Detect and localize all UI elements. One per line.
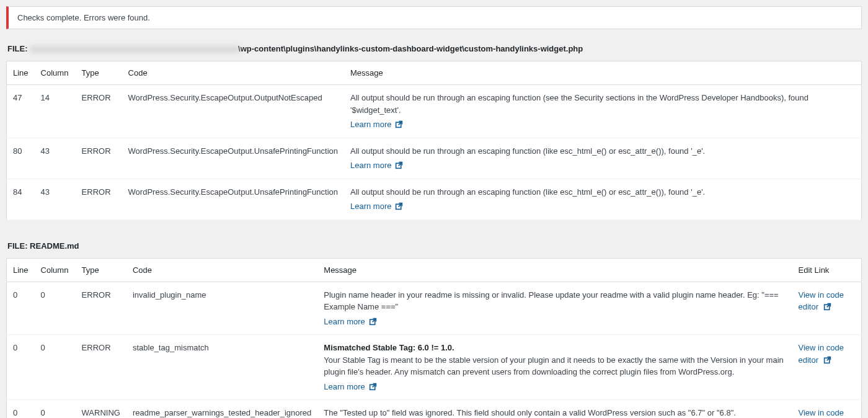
external-link-icon xyxy=(369,318,377,326)
external-link-icon xyxy=(395,202,403,210)
learn-more-link[interactable]: Learn more xyxy=(350,159,403,172)
cell-column: 43 xyxy=(35,179,76,220)
learn-more-link[interactable]: Learn more xyxy=(324,381,376,393)
learn-more-link[interactable]: Learn more xyxy=(350,200,403,213)
col-line: Line xyxy=(7,258,35,282)
external-link-icon xyxy=(823,303,831,311)
edit-link-label: View in code editor xyxy=(799,408,844,418)
message-text: Your Stable Tag is meant to be the stabl… xyxy=(324,355,783,377)
cell-line: 0 xyxy=(7,282,35,335)
cell-message: The "Tested up to" field was ignored. Th… xyxy=(317,400,792,419)
table-row: 0 0 ERROR invalid_plugin_name Plugin nam… xyxy=(7,282,862,335)
learn-more-link[interactable]: Learn more xyxy=(350,118,403,131)
col-message: Message xyxy=(317,258,792,282)
col-edit-link: Edit Link xyxy=(792,258,862,282)
file-path: \wp-content\plugins\handylinks-custom-da… xyxy=(238,44,583,53)
cell-message: All output should be run through an esca… xyxy=(344,138,862,179)
cell-code: stable_tag_mismatch xyxy=(126,335,317,400)
table-header-row: Line Column Type Code Message Edit Link xyxy=(7,258,862,282)
cell-line: 0 xyxy=(7,400,35,419)
cell-column: 43 xyxy=(35,138,76,179)
redacted-path xyxy=(30,46,241,53)
learn-more-label: Learn more xyxy=(324,316,365,328)
cell-type: ERROR xyxy=(76,138,122,179)
message-text: All output should be run through an esca… xyxy=(350,146,705,156)
external-link-icon xyxy=(369,383,377,391)
file-path: README.md xyxy=(30,241,79,251)
cell-type: ERROR xyxy=(76,335,126,400)
col-column: Column xyxy=(35,258,76,282)
table-row: 0 0 ERROR stable_tag_mismatch Mismatched… xyxy=(7,335,862,400)
cell-code: WordPress.Security.EscapeOutput.UnsafePr… xyxy=(122,179,344,220)
table-row: 80 43 ERROR WordPress.Security.EscapeOut… xyxy=(7,138,862,179)
cell-column: 0 xyxy=(35,282,76,335)
cell-type: WARNING xyxy=(76,400,126,419)
cell-line: 0 xyxy=(7,335,35,400)
cell-edit-link: View in code editor xyxy=(792,400,862,419)
cell-column: 14 xyxy=(35,85,76,138)
cell-type: ERROR xyxy=(76,282,126,335)
learn-more-link[interactable]: Learn more xyxy=(324,316,376,328)
results-table: Line Column Type Code Message 47 14 ERRO… xyxy=(6,61,862,220)
file-prefix: FILE: xyxy=(7,44,30,53)
file-prefix: FILE: xyxy=(7,241,30,251)
learn-more-label: Learn more xyxy=(350,200,391,213)
view-in-editor-link[interactable]: View in code editor xyxy=(799,290,844,312)
cell-code: WordPress.Security.EscapeOutput.UnsafePr… xyxy=(122,138,344,179)
col-code: Code xyxy=(126,258,317,282)
cell-line: 80 xyxy=(7,138,35,179)
external-link-icon xyxy=(823,356,831,364)
message-text: All output should be run through an esca… xyxy=(350,187,705,197)
edit-link-label: View in code editor xyxy=(799,343,844,365)
status-notice-text: Checks complete. Errors were found. xyxy=(17,13,852,22)
view-in-editor-link[interactable]: View in code editor xyxy=(799,408,844,418)
cell-edit-link: View in code editor xyxy=(792,335,862,400)
cell-code: invalid_plugin_name xyxy=(126,282,317,335)
file-heading: FILE: README.md xyxy=(6,241,862,251)
cell-line: 84 xyxy=(7,179,35,220)
learn-more-label: Learn more xyxy=(324,381,365,393)
message-text: All output should be run through an esca… xyxy=(350,93,808,115)
table-header-row: Line Column Type Code Message xyxy=(7,61,862,85)
cell-column: 0 xyxy=(35,335,76,400)
cell-code: readme_parser_warnings_tested_header_ign… xyxy=(126,400,317,419)
message-lead: Mismatched Stable Tag: 6.0 != 1.0. xyxy=(324,343,454,352)
col-message: Message xyxy=(344,61,862,85)
message-text: Plugin name header in your readme is mis… xyxy=(324,290,778,312)
table-row: 84 43 ERROR WordPress.Security.EscapeOut… xyxy=(7,179,862,220)
cell-edit-link: View in code editor xyxy=(792,282,862,335)
view-in-editor-link[interactable]: View in code editor xyxy=(799,343,844,365)
learn-more-label: Learn more xyxy=(350,118,391,131)
cell-line: 47 xyxy=(7,85,35,138)
status-notice: Checks complete. Errors were found. xyxy=(6,6,862,29)
external-link-icon xyxy=(395,120,403,128)
cell-message: All output should be run through an esca… xyxy=(344,179,862,220)
external-link-icon xyxy=(395,161,403,169)
table-row: 47 14 ERROR WordPress.Security.EscapeOut… xyxy=(7,85,862,138)
edit-link-label: View in code editor xyxy=(799,290,844,312)
col-line: Line xyxy=(7,61,35,85)
table-row: 0 0 WARNING readme_parser_warnings_teste… xyxy=(7,400,862,419)
cell-message: All output should be run through an esca… xyxy=(344,85,862,138)
col-code: Code xyxy=(122,61,344,85)
cell-column: 0 xyxy=(35,400,76,419)
col-type: Type xyxy=(76,258,126,282)
cell-type: ERROR xyxy=(76,85,122,138)
results-table: Line Column Type Code Message Edit Link … xyxy=(6,258,862,419)
cell-message: Mismatched Stable Tag: 6.0 != 1.0. Your … xyxy=(317,335,792,400)
message-text: The "Tested up to" field was ignored. Th… xyxy=(324,408,736,417)
cell-code: WordPress.Security.EscapeOutput.OutputNo… xyxy=(122,85,344,138)
learn-more-label: Learn more xyxy=(350,159,391,172)
cell-message: Plugin name header in your readme is mis… xyxy=(317,282,792,335)
col-column: Column xyxy=(35,61,76,85)
file-heading: FILE: \wp-content\plugins\handylinks-cus… xyxy=(6,44,862,53)
col-type: Type xyxy=(76,61,122,85)
cell-type: ERROR xyxy=(76,179,122,220)
